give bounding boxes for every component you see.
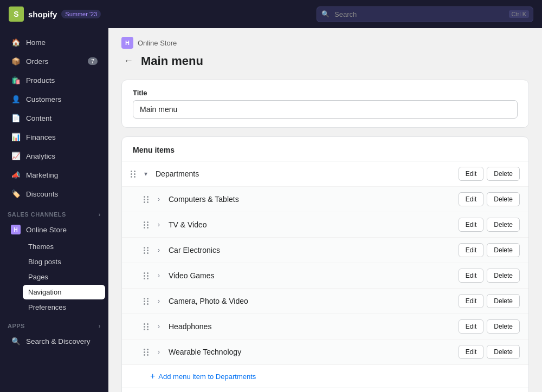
store-name: Online Store	[138, 39, 177, 47]
menu-item-camera: › Camera, Photo & Video Edit Delete	[122, 289, 528, 314]
menu-item-video-games: › Video Games Edit Delete	[122, 263, 528, 289]
drag-handle-car[interactable]	[144, 247, 149, 254]
apps-section: Apps ›	[0, 315, 108, 331]
sidebar-item-finances[interactable]: 📊 Finances	[3, 128, 105, 146]
sidebar-label-search-discovery: Search & Discovery	[26, 337, 91, 345]
sidebar-item-content[interactable]: 📄 Content	[3, 109, 105, 127]
title-card: Title	[121, 80, 529, 128]
page-title: Main menu	[141, 54, 203, 68]
departments-actions: Edit Delete	[459, 167, 520, 181]
edit-wearable-button[interactable]: Edit	[459, 345, 484, 359]
sidebar: 🏠 Home 📦 Orders 7 🛍️ Products 👤 Customer…	[0, 28, 108, 392]
drag-handle-headphones[interactable]	[144, 323, 149, 330]
expand-sales-channels-icon[interactable]: ›	[99, 211, 101, 218]
tv-actions: Edit Delete	[459, 218, 520, 232]
summer-badge: Summer '23	[61, 10, 101, 18]
sidebar-item-pages[interactable]: Pages	[23, 270, 105, 284]
expand-tv-button[interactable]: ›	[153, 219, 164, 230]
car-electronics-label: Car Electronics	[169, 246, 454, 254]
sidebar-label-marketing: Marketing	[26, 171, 58, 179]
delete-wearable-button[interactable]: Delete	[487, 345, 520, 359]
sidebar-item-customers[interactable]: 👤 Customers	[3, 90, 105, 108]
online-store-subnav: Themes Blog posts Pages Navigation Prefe…	[0, 239, 108, 315]
title-section: Title	[122, 80, 528, 127]
sidebar-item-discounts[interactable]: 🏷️ Discounts	[3, 185, 105, 203]
title-input[interactable]	[133, 100, 518, 119]
delete-tv-button[interactable]: Delete	[487, 218, 520, 232]
products-icon: 🛍️	[11, 75, 21, 85]
expand-wearable-button[interactable]: ›	[153, 347, 164, 357]
expand-car-button[interactable]: ›	[153, 245, 164, 256]
edit-computers-button[interactable]: Edit	[459, 192, 484, 206]
logo-area: S shopify Summer '23	[9, 6, 101, 22]
sidebar-item-preferences[interactable]: Preferences	[23, 300, 105, 315]
orders-badge: 7	[88, 57, 98, 65]
sidebar-label-finances: Finances	[26, 133, 56, 141]
menu-items-card: Menu items ▾ Departments Edit Del	[121, 136, 529, 392]
store-icon: H	[121, 37, 133, 49]
edit-games-button[interactable]: Edit	[459, 269, 484, 283]
page-content: ← Main menu Title Menu items	[108, 53, 542, 392]
edit-headphones-button[interactable]: Edit	[459, 319, 484, 334]
delete-camera-button[interactable]: Delete	[487, 294, 520, 308]
expand-games-button[interactable]: ›	[153, 270, 164, 281]
expand-camera-button[interactable]: ›	[153, 296, 164, 306]
camera-actions: Edit Delete	[459, 294, 520, 308]
sales-channels-section: Sales channels ›	[0, 204, 108, 220]
wearable-label: Wearable Technology	[169, 348, 454, 356]
games-actions: Edit Delete	[459, 269, 520, 283]
orders-icon: 📦	[11, 56, 21, 66]
edit-camera-button[interactable]: Edit	[459, 294, 484, 308]
sidebar-label-discounts: Discounts	[26, 190, 58, 198]
camera-label: Camera, Photo & Video	[169, 297, 454, 305]
topbar: S shopify Summer '23 🔍 Ctrl K	[0, 0, 542, 28]
departments-label: Departments	[156, 169, 454, 178]
search-area: 🔍 Ctrl K	[317, 6, 533, 22]
expand-computers-button[interactable]: ›	[153, 194, 164, 205]
drag-handle-tv[interactable]	[144, 221, 149, 228]
sidebar-item-marketing[interactable]: 📣 Marketing	[3, 166, 105, 184]
delete-headphones-button[interactable]: Delete	[487, 319, 520, 334]
expand-apps-icon[interactable]: ›	[99, 323, 101, 329]
edit-tv-button[interactable]: Edit	[459, 218, 484, 232]
drag-handle-departments[interactable]	[131, 171, 136, 178]
sidebar-item-blog-posts[interactable]: Blog posts	[23, 254, 105, 269]
sidebar-item-online-store[interactable]: H Online Store	[3, 220, 105, 239]
sidebar-item-products[interactable]: 🛍️ Products	[3, 71, 105, 89]
menu-item-departments: ▾ Departments Edit Delete	[122, 161, 528, 187]
sidebar-item-navigation[interactable]: Navigation	[23, 285, 105, 299]
drag-handle-games[interactable]	[144, 272, 149, 279]
headphones-label: Headphones	[169, 322, 454, 331]
menu-items-section-label: Menu items	[122, 137, 528, 161]
video-games-label: Video Games	[169, 271, 454, 280]
edit-car-button[interactable]: Edit	[459, 243, 484, 257]
delete-computers-button[interactable]: Delete	[487, 192, 520, 206]
delete-games-button[interactable]: Delete	[487, 269, 520, 283]
drag-handle-camera[interactable]	[144, 298, 149, 305]
sidebar-item-orders[interactable]: 📦 Orders 7	[3, 52, 105, 70]
search-discovery-icon: 🔍	[11, 336, 21, 346]
sidebar-item-analytics[interactable]: 📈 Analytics	[3, 147, 105, 165]
expand-headphones-button[interactable]: ›	[153, 321, 164, 332]
back-button[interactable]: ←	[121, 53, 136, 69]
expand-departments-button[interactable]: ▾	[140, 168, 151, 179]
sidebar-item-search-discovery[interactable]: 🔍 Search & Discovery	[3, 332, 105, 350]
sidebar-label-navigation: Navigation	[28, 288, 61, 296]
car-actions: Edit Delete	[459, 243, 520, 257]
sidebar-label-products: Products	[26, 76, 55, 84]
title-field-label: Title	[133, 89, 518, 97]
search-input[interactable]	[317, 6, 533, 22]
sidebar-label-orders: Orders	[26, 57, 48, 66]
home-icon: 🏠	[11, 37, 21, 47]
add-menu-item-link[interactable]: Add menu item to Departments	[158, 373, 256, 381]
drag-handle-computers[interactable]	[144, 196, 149, 203]
sidebar-label-online-store: Online Store	[26, 226, 67, 234]
sidebar-item-home[interactable]: 🏠 Home	[3, 33, 105, 51]
delete-departments-button[interactable]: Delete	[487, 167, 520, 181]
drag-handle-wearable[interactable]	[144, 349, 149, 356]
menu-item-electronics-showcase: Electronics Showcase Edit Delete	[122, 388, 528, 392]
delete-car-button[interactable]: Delete	[487, 243, 520, 257]
sidebar-item-themes[interactable]: Themes	[23, 239, 105, 254]
edit-departments-button[interactable]: Edit	[459, 167, 484, 181]
sidebar-label-customers: Customers	[26, 95, 61, 103]
